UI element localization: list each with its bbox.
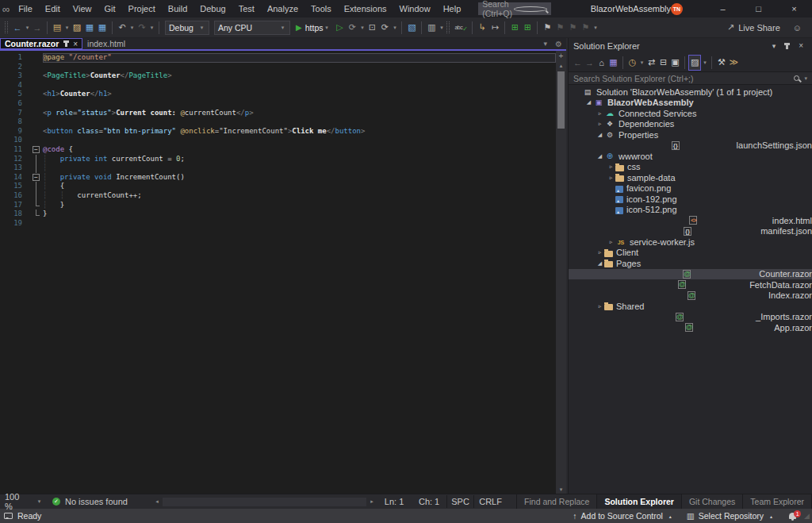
tab-close-icon[interactable]: × [73, 40, 78, 48]
minimize-button[interactable]: – [705, 0, 741, 17]
code-line-9[interactable]: 9<button class="btn btn-primary" @onclic… [0, 127, 556, 137]
properties-icon[interactable]: ⚒ [715, 55, 727, 71]
bookmarks-dropdown[interactable]: ▾ [592, 25, 599, 31]
code-line-2[interactable]: 2 [0, 63, 556, 72]
tree-item-favicon-png[interactable]: favicon.png [569, 183, 812, 194]
tree-item-icon-512-png[interactable]: icon-512.png [569, 205, 812, 216]
menu-file[interactable]: File [12, 2, 39, 16]
code-line-6[interactable]: 6 [0, 99, 556, 109]
solution-explorer-search-box[interactable]: Search Solution Explorer (Ctrl+;) ▾ [569, 71, 812, 85]
resize-grip[interactable]: ◢ [804, 512, 810, 520]
tree-item-css[interactable]: ▹css [569, 162, 812, 173]
expanded-arrow-icon[interactable]: ◢ [584, 99, 593, 106]
scroll-right-icon[interactable]: ▸ [367, 498, 377, 505]
panel-tab-team-explorer[interactable]: Team Explorer [743, 494, 812, 509]
code-line-14[interactable]: 14−┆ private void IncrementCount() [0, 173, 556, 183]
collapse-all-icon[interactable]: ⊟ [657, 55, 669, 71]
home-icon[interactable]: ⌂ [596, 55, 607, 71]
open-file-icon[interactable]: ▨ [71, 20, 83, 36]
editor-vertical-scrollbar[interactable]: + ▴ ▾ [556, 51, 566, 494]
code-line-5[interactable]: 5<h1>Counter</h1> [0, 90, 556, 99]
tree-item-index-razor[interactable]: Index.razor [569, 290, 812, 302]
pending-changes-dropdown[interactable]: ▾ [638, 60, 645, 66]
code-line-16[interactable]: 16┆ ┆ currentCount++; [0, 191, 556, 201]
account-avatar[interactable]: TN [671, 3, 683, 15]
pending-changes-filter-icon[interactable]: ◷ [626, 55, 638, 71]
menu-git[interactable]: Git [98, 2, 121, 16]
line-ending-indicator[interactable]: CRLF [473, 495, 507, 508]
menu-tools[interactable]: Tools [304, 2, 338, 16]
preview-in-browser-icon[interactable]: ▧ [405, 20, 418, 36]
sync-with-active-document-icon[interactable]: ⇄ [645, 55, 657, 71]
collapsed-arrow-icon[interactable]: ▹ [596, 121, 604, 127]
tree-item-manifest-json[interactable]: manifest.json [569, 226, 812, 237]
code-line-8[interactable]: 8 [0, 117, 556, 127]
tree-item-client[interactable]: ▹Client [569, 248, 812, 259]
start-without-debugging-icon[interactable]: ▷ [333, 20, 346, 36]
tree-item-icon-192-png[interactable]: icon-192.png [569, 194, 812, 205]
panel-tab-find-and-replace[interactable]: Find and Replace [516, 494, 597, 509]
toggle-bookmark-icon[interactable]: ⚑ [541, 20, 553, 36]
horizontal-scrollbar[interactable] [163, 498, 366, 506]
collapse-box-icon[interactable]: − [33, 146, 40, 153]
tree-item-connected-services[interactable]: ▹Connected Services [569, 108, 812, 119]
code-line-7[interactable]: 7<p role="status">Current count: @curren… [0, 109, 556, 118]
close-panel-icon[interactable]: × [795, 41, 807, 50]
menu-project[interactable]: Project [122, 2, 162, 16]
panel-tab-solution-explorer[interactable]: Solution Explorer [597, 494, 682, 509]
solution-configurations-dropdown[interactable]: Debug▾ [165, 21, 209, 35]
hot-reload-icon[interactable]: ⟳ [346, 20, 358, 36]
tab-options-gear-icon[interactable]: ⚙ [551, 40, 566, 48]
menu-edit[interactable]: Edit [39, 2, 67, 16]
collapsed-arrow-icon[interactable]: ▹ [596, 303, 604, 310]
combo-dropdown-icon[interactable]: ▾ [279, 25, 286, 31]
find-in-files-icon[interactable]: ▥ [425, 20, 438, 36]
show-all-files-dropdown[interactable]: ▾ [701, 60, 708, 66]
step-into-specific-icon[interactable]: ↦ [488, 20, 501, 36]
save-icon[interactable]: ▦ [83, 20, 96, 36]
previous-bookmark-icon[interactable]: ⚑ [553, 20, 566, 36]
document-list-dropdown-icon[interactable]: ▾ [540, 40, 552, 48]
undo-dropdown[interactable]: ▾ [128, 25, 136, 31]
restart-application-icon[interactable]: ⊡ [366, 20, 378, 36]
collapse-box-icon[interactable]: − [33, 174, 40, 181]
redo-icon[interactable]: ↷ [136, 20, 148, 36]
menu-window[interactable]: Window [393, 2, 437, 16]
preview-changes-icon[interactable]: ≫ [727, 55, 740, 71]
panel-tab-git-changes[interactable]: Git Changes [682, 494, 743, 509]
menu-help[interactable]: Help [437, 2, 468, 16]
tree-item-sample-data[interactable]: ▹sample-data [569, 172, 812, 183]
switch-views-icon[interactable]: ▦ [607, 55, 619, 71]
code-editor[interactable]: 1@page "/counter"23<PageTitle>Counter</P… [0, 51, 556, 494]
line-indicator[interactable]: Ln: 1 [377, 495, 412, 508]
collapsed-arrow-icon[interactable]: ▹ [596, 110, 604, 117]
close-button[interactable]: × [776, 0, 812, 17]
forward-icon[interactable]: → [584, 55, 596, 71]
combo-dropdown-icon[interactable]: ▾ [198, 25, 205, 31]
zoom-control[interactable]: 100 % ▾ [0, 492, 43, 511]
collapsed-arrow-icon[interactable]: ▹ [607, 175, 615, 181]
tree-item-service-worker-js[interactable]: ▹service-worker.js [569, 237, 812, 248]
solution-platforms-dropdown[interactable]: Any CPU▾ [214, 21, 290, 35]
tree-item-shared[interactable]: ▹Shared [569, 301, 812, 312]
view-in-browser-icon[interactable]: ⊞ [508, 20, 521, 36]
pin-icon[interactable] [786, 43, 788, 49]
vertical-scrollbar-thumb[interactable] [557, 71, 565, 129]
scroll-left-icon[interactable]: ◂ [152, 498, 162, 505]
tree-item-fetchdata-razor[interactable]: FetchData.razor [569, 279, 812, 290]
next-bookmark-icon[interactable]: ⚑ [566, 20, 579, 36]
expanded-arrow-icon[interactable]: ◢ [596, 132, 604, 138]
back-icon[interactable]: ← [572, 55, 584, 71]
add-to-source-control-button[interactable]: ↑ Add to Source Control ▴ [566, 511, 680, 521]
show-all-files-icon[interactable]: ▨ [688, 55, 701, 71]
fold-gutter[interactable]: − [32, 173, 43, 183]
tab-pin-icon[interactable] [65, 41, 67, 47]
hot-reload-dropdown[interactable]: ▾ [358, 25, 366, 31]
tree-item-launchsettings-json[interactable]: launchSettings.json [569, 140, 812, 152]
expanded-arrow-icon[interactable]: ◢ [596, 153, 604, 160]
navigate-backward-icon[interactable]: ← [11, 20, 24, 36]
start-debugging-button[interactable]: ▶https▾ [296, 23, 330, 33]
scroll-up-icon[interactable]: ▴ [560, 61, 563, 70]
collapsed-arrow-icon[interactable]: ▹ [607, 239, 615, 245]
collapsed-arrow-icon[interactable]: ▹ [607, 163, 615, 170]
